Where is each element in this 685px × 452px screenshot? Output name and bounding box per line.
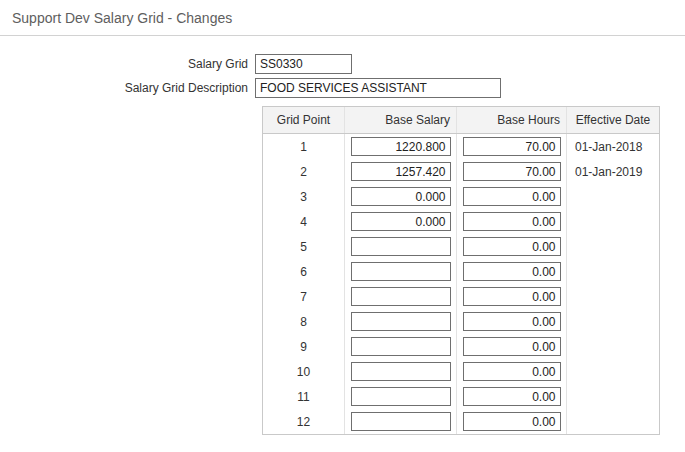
- salary-grid-description-label: Salary Grid Description: [0, 81, 255, 95]
- base-salary-cell: [345, 359, 457, 384]
- grid-row: 7: [263, 284, 659, 309]
- effective-date-value: [567, 209, 659, 234]
- grid-point-value: 10: [263, 359, 345, 384]
- effective-date-value: [567, 334, 659, 359]
- base-salary-input[interactable]: [351, 337, 451, 356]
- base-salary-input[interactable]: [351, 287, 451, 306]
- grid-point-value: 4: [263, 209, 345, 234]
- base-hours-cell: [457, 209, 567, 234]
- grid-row: 4: [263, 209, 659, 234]
- base-salary-input[interactable]: [351, 387, 451, 406]
- base-hours-input[interactable]: [463, 162, 561, 181]
- base-salary-cell: [345, 134, 457, 159]
- base-hours-input[interactable]: [463, 237, 561, 256]
- effective-date-value: [567, 359, 659, 384]
- base-hours-input[interactable]: [463, 412, 561, 431]
- base-salary-input[interactable]: [351, 362, 451, 381]
- grid-point-value: 3: [263, 184, 345, 209]
- grid-row: 5: [263, 234, 659, 259]
- base-salary-input[interactable]: [351, 212, 451, 231]
- base-salary-input[interactable]: [351, 312, 451, 331]
- grid-point-value: 5: [263, 234, 345, 259]
- grid-row: 8: [263, 309, 659, 334]
- effective-date-value: [567, 284, 659, 309]
- base-salary-cell: [345, 384, 457, 409]
- salary-grid-form: Salary Grid Salary Grid Description Grid…: [0, 36, 685, 435]
- base-hours-cell: [457, 309, 567, 334]
- grid-point-value: 1: [263, 134, 345, 159]
- base-salary-input[interactable]: [351, 262, 451, 281]
- base-salary-cell: [345, 234, 457, 259]
- page: Support Dev Salary Grid - Changes Salary…: [0, 0, 685, 435]
- grid-row: 11: [263, 384, 659, 409]
- base-hours-header: Base Hours: [457, 107, 567, 133]
- page-title: Support Dev Salary Grid - Changes: [0, 0, 685, 35]
- base-salary-header: Base Salary: [345, 107, 457, 133]
- effective-date-value: [567, 409, 659, 434]
- effective-date-value: [567, 384, 659, 409]
- base-hours-input[interactable]: [463, 362, 561, 381]
- grid-row: 10: [263, 359, 659, 384]
- effective-date-value: [567, 259, 659, 284]
- base-salary-cell: [345, 309, 457, 334]
- grid-table-body: 101-Jan-2018201-Jan-20193456789101112: [263, 134, 659, 434]
- base-hours-cell: [457, 134, 567, 159]
- grid-point-value: 2: [263, 159, 345, 184]
- grid-point-value: 7: [263, 284, 345, 309]
- base-hours-input[interactable]: [463, 387, 561, 406]
- salary-grid-description-row: Salary Grid Description: [0, 78, 685, 98]
- grid-point-value: 11: [263, 384, 345, 409]
- grid-point-header: Grid Point: [263, 107, 345, 133]
- base-hours-cell: [457, 409, 567, 434]
- effective-date-value: 01-Jan-2019: [567, 159, 659, 184]
- grid-table-header: Grid Point Base Salary Base Hours Effect…: [263, 107, 659, 134]
- salary-grid-row: Salary Grid: [0, 54, 685, 74]
- grid-point-value: 8: [263, 309, 345, 334]
- base-hours-cell: [457, 384, 567, 409]
- base-hours-input[interactable]: [463, 287, 561, 306]
- salary-grid-description-input[interactable]: [255, 78, 501, 98]
- base-hours-input[interactable]: [463, 187, 561, 206]
- base-hours-cell: [457, 159, 567, 184]
- base-salary-cell: [345, 159, 457, 184]
- effective-date-header: Effective Date: [567, 107, 659, 133]
- base-hours-cell: [457, 284, 567, 309]
- base-salary-cell: [345, 284, 457, 309]
- base-salary-input[interactable]: [351, 162, 451, 181]
- effective-date-value: [567, 309, 659, 334]
- base-salary-cell: [345, 209, 457, 234]
- base-hours-input[interactable]: [463, 337, 561, 356]
- grid-row: 6: [263, 259, 659, 284]
- grid-point-value: 9: [263, 334, 345, 359]
- grid-row: 3: [263, 184, 659, 209]
- salary-grid-table: Grid Point Base Salary Base Hours Effect…: [262, 106, 660, 435]
- base-hours-input[interactable]: [463, 312, 561, 331]
- base-hours-cell: [457, 359, 567, 384]
- base-hours-input[interactable]: [463, 212, 561, 231]
- base-hours-cell: [457, 259, 567, 284]
- effective-date-value: [567, 234, 659, 259]
- grid-row: 201-Jan-2019: [263, 159, 659, 184]
- base-hours-cell: [457, 184, 567, 209]
- grid-point-value: 6: [263, 259, 345, 284]
- base-hours-input[interactable]: [463, 137, 561, 156]
- grid-row: 101-Jan-2018: [263, 134, 659, 159]
- base-salary-input[interactable]: [351, 187, 451, 206]
- effective-date-value: 01-Jan-2018: [567, 134, 659, 159]
- effective-date-value: [567, 184, 659, 209]
- grid-row: 9: [263, 334, 659, 359]
- base-hours-cell: [457, 234, 567, 259]
- base-salary-cell: [345, 259, 457, 284]
- base-salary-input[interactable]: [351, 412, 451, 431]
- grid-point-value: 12: [263, 409, 345, 434]
- base-salary-input[interactable]: [351, 237, 451, 256]
- base-salary-cell: [345, 409, 457, 434]
- base-salary-cell: [345, 184, 457, 209]
- base-hours-input[interactable]: [463, 262, 561, 281]
- base-salary-input[interactable]: [351, 137, 451, 156]
- salary-grid-label: Salary Grid: [0, 57, 255, 71]
- salary-grid-input[interactable]: [255, 54, 352, 74]
- grid-row: 12: [263, 409, 659, 434]
- base-salary-cell: [345, 334, 457, 359]
- base-hours-cell: [457, 334, 567, 359]
